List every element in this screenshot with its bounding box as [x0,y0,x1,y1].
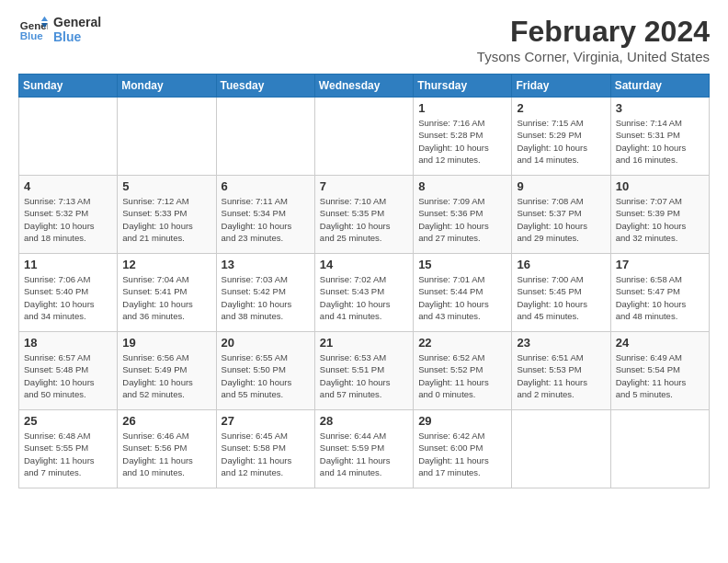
day-info: Sunrise: 7:11 AMSunset: 5:34 PMDaylight:… [222,195,310,244]
weekday-header-row: SundayMondayTuesdayWednesdayThursdayFrid… [19,75,710,98]
day-info: Sunrise: 7:06 AMSunset: 5:40 PMDaylight:… [24,273,112,322]
day-number: 3 [616,101,704,115]
calendar-cell: 7Sunrise: 7:10 AMSunset: 5:35 PMDaylight… [314,176,413,254]
logo-general: General [53,15,101,29]
calendar-cell [118,98,216,176]
day-number: 5 [122,179,210,193]
day-number: 28 [320,414,408,428]
calendar-cell: 9Sunrise: 7:08 AMSunset: 5:37 PMDaylight… [512,176,610,254]
day-info: Sunrise: 6:46 AMSunset: 5:56 PMDaylight:… [122,430,210,478]
calendar-cell: 29Sunrise: 6:42 AMSunset: 6:00 PMDayligh… [414,410,512,488]
day-number: 11 [24,258,112,271]
day-info: Sunrise: 6:42 AMSunset: 6:00 PMDaylight:… [418,430,506,478]
week-row-4: 25Sunrise: 6:48 AMSunset: 5:55 PMDayligh… [19,410,710,488]
day-info: Sunrise: 7:07 AMSunset: 5:39 PMDaylight:… [616,195,704,244]
day-info: Sunrise: 7:10 AMSunset: 5:35 PMDaylight:… [320,195,408,244]
day-info: Sunrise: 7:14 AMSunset: 5:31 PMDaylight:… [616,117,704,166]
title-area: February 2024 Tysons Corner, Virginia, U… [477,15,710,64]
day-number: 24 [616,336,704,350]
day-info: Sunrise: 7:16 AMSunset: 5:28 PMDaylight:… [418,117,506,166]
day-number: 13 [222,258,310,271]
day-info: Sunrise: 7:15 AMSunset: 5:29 PMDaylight:… [517,117,605,166]
day-number: 21 [320,336,408,350]
calendar-cell [19,98,118,176]
calendar-cell: 17Sunrise: 6:58 AMSunset: 5:47 PMDayligh… [610,254,709,332]
calendar-cell: 12Sunrise: 7:04 AMSunset: 5:41 PMDayligh… [118,254,216,332]
calendar-cell: 10Sunrise: 7:07 AMSunset: 5:39 PMDayligh… [610,176,709,254]
subtitle: Tysons Corner, Virginia, United States [477,49,710,64]
day-info: Sunrise: 7:01 AMSunset: 5:44 PMDaylight:… [418,273,506,322]
calendar-cell: 20Sunrise: 6:55 AMSunset: 5:50 PMDayligh… [216,332,314,410]
week-row-2: 11Sunrise: 7:06 AMSunset: 5:40 PMDayligh… [19,254,710,332]
calendar-cell: 15Sunrise: 7:01 AMSunset: 5:44 PMDayligh… [414,254,512,332]
calendar-cell: 21Sunrise: 6:53 AMSunset: 5:51 PMDayligh… [314,332,413,410]
day-info: Sunrise: 6:45 AMSunset: 5:58 PMDaylight:… [222,430,310,478]
day-number: 14 [320,258,408,271]
calendar-cell: 1Sunrise: 7:16 AMSunset: 5:28 PMDaylight… [414,98,512,176]
calendar-cell: 27Sunrise: 6:45 AMSunset: 5:58 PMDayligh… [216,410,314,488]
day-number: 8 [418,179,506,193]
weekday-header-sunday: Sunday [19,75,118,98]
logo-icon: General Blue [18,15,48,44]
day-number: 6 [222,179,310,193]
main-title: February 2024 [477,15,710,49]
calendar-cell: 2Sunrise: 7:15 AMSunset: 5:29 PMDaylight… [512,98,610,176]
day-info: Sunrise: 6:57 AMSunset: 5:48 PMDaylight:… [24,351,112,400]
logo-blue: Blue [53,29,101,44]
weekday-header-thursday: Thursday [414,75,512,98]
day-info: Sunrise: 6:52 AMSunset: 5:52 PMDaylight:… [418,351,506,400]
day-number: 27 [222,414,310,428]
day-info: Sunrise: 7:13 AMSunset: 5:32 PMDaylight:… [24,195,112,244]
calendar-cell: 6Sunrise: 7:11 AMSunset: 5:34 PMDaylight… [216,176,314,254]
day-number: 1 [418,101,506,115]
calendar-cell: 23Sunrise: 6:51 AMSunset: 5:53 PMDayligh… [512,332,610,410]
logo: General Blue General Blue [18,15,101,44]
day-number: 9 [517,179,605,193]
calendar-cell: 5Sunrise: 7:12 AMSunset: 5:33 PMDaylight… [118,176,216,254]
day-info: Sunrise: 7:00 AMSunset: 5:45 PMDaylight:… [517,273,605,322]
day-info: Sunrise: 7:04 AMSunset: 5:41 PMDaylight:… [122,273,210,322]
day-info: Sunrise: 7:12 AMSunset: 5:33 PMDaylight:… [122,195,210,244]
day-info: Sunrise: 6:48 AMSunset: 5:55 PMDaylight:… [24,430,112,478]
week-row-1: 4Sunrise: 7:13 AMSunset: 5:32 PMDaylight… [19,176,710,254]
calendar-cell: 18Sunrise: 6:57 AMSunset: 5:48 PMDayligh… [19,332,118,410]
calendar-cell [610,410,709,488]
day-number: 15 [418,258,506,271]
day-number: 23 [517,336,605,350]
day-info: Sunrise: 6:56 AMSunset: 5:49 PMDaylight:… [122,351,210,400]
weekday-header-wednesday: Wednesday [314,75,413,98]
calendar-cell: 3Sunrise: 7:14 AMSunset: 5:31 PMDaylight… [610,98,709,176]
day-number: 18 [24,336,112,350]
day-info: Sunrise: 7:08 AMSunset: 5:37 PMDaylight:… [517,195,605,244]
weekday-header-tuesday: Tuesday [216,75,314,98]
calendar-cell: 19Sunrise: 6:56 AMSunset: 5:49 PMDayligh… [118,332,216,410]
svg-text:Blue: Blue [20,30,44,41]
calendar-cell: 22Sunrise: 6:52 AMSunset: 5:52 PMDayligh… [414,332,512,410]
day-number: 7 [320,179,408,193]
calendar-cell: 14Sunrise: 7:02 AMSunset: 5:43 PMDayligh… [314,254,413,332]
calendar-cell [216,98,314,176]
calendar-cell: 13Sunrise: 7:03 AMSunset: 5:42 PMDayligh… [216,254,314,332]
calendar-cell [512,410,610,488]
calendar-cell: 4Sunrise: 7:13 AMSunset: 5:32 PMDaylight… [19,176,118,254]
calendar-cell: 8Sunrise: 7:09 AMSunset: 5:36 PMDaylight… [414,176,512,254]
calendar-cell: 25Sunrise: 6:48 AMSunset: 5:55 PMDayligh… [19,410,118,488]
day-info: Sunrise: 6:58 AMSunset: 5:47 PMDaylight:… [616,273,704,322]
calendar-cell: 26Sunrise: 6:46 AMSunset: 5:56 PMDayligh… [118,410,216,488]
day-number: 25 [24,414,112,428]
day-number: 2 [517,101,605,115]
day-info: Sunrise: 6:44 AMSunset: 5:59 PMDaylight:… [320,430,408,478]
day-info: Sunrise: 6:55 AMSunset: 5:50 PMDaylight:… [222,351,310,400]
calendar-table: SundayMondayTuesdayWednesdayThursdayFrid… [18,74,710,488]
day-info: Sunrise: 6:49 AMSunset: 5:54 PMDaylight:… [616,351,704,400]
week-row-0: 1Sunrise: 7:16 AMSunset: 5:28 PMDaylight… [19,98,710,176]
day-info: Sunrise: 7:02 AMSunset: 5:43 PMDaylight:… [320,273,408,322]
day-number: 22 [418,336,506,350]
calendar-cell: 24Sunrise: 6:49 AMSunset: 5:54 PMDayligh… [610,332,709,410]
calendar-cell [314,98,413,176]
day-number: 12 [122,258,210,271]
day-number: 19 [122,336,210,350]
header: General Blue General Blue February 2024 … [18,15,710,64]
day-number: 29 [418,414,506,428]
week-row-3: 18Sunrise: 6:57 AMSunset: 5:48 PMDayligh… [19,332,710,410]
